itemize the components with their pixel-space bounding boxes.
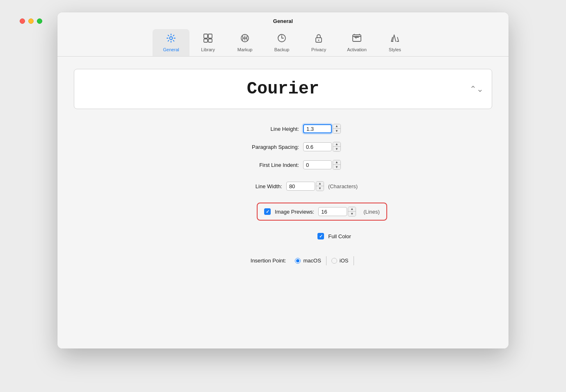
ios-radio-circle: [331, 258, 337, 264]
image-previews-label: Image Previews:: [275, 209, 314, 215]
image-previews-decrement[interactable]: ▼: [348, 212, 356, 216]
image-previews-input-group: ▲ ▼: [318, 207, 356, 217]
window-title: General: [273, 18, 293, 24]
tab-general-label: General: [163, 47, 179, 52]
line-height-stepper: ▲ ▼: [333, 124, 341, 134]
settings-form: Line Height: ▲ ▼ Paragraph Spacing: ▲ ▼: [74, 124, 492, 273]
paragraph-spacing-row: Paragraph Spacing: ▲ ▼: [225, 142, 341, 152]
tab-activation-label: Activation: [347, 47, 367, 52]
paragraph-spacing-label: Paragraph Spacing:: [225, 144, 299, 150]
line-width-input-group: ▲ ▼ (Characters): [286, 181, 358, 191]
paragraph-spacing-stepper: ▲ ▼: [333, 142, 341, 152]
font-name: Courier: [247, 79, 319, 99]
image-previews-unit: (Lines): [363, 209, 380, 215]
titlebar: General General: [57, 12, 509, 57]
paragraph-spacing-decrement[interactable]: ▼: [333, 147, 340, 151]
tab-library-label: Library: [201, 47, 215, 52]
full-color-row: ✓ Full Color: [297, 233, 351, 239]
full-color-checkbox[interactable]: ✓: [317, 233, 324, 239]
first-line-indent-label: First Line Indent:: [225, 162, 299, 168]
tab-markup[interactable]: Markup: [226, 29, 263, 56]
tab-backup-label: Backup: [274, 47, 290, 52]
macos-radio-circle: [295, 258, 301, 264]
line-width-stepper: ▲ ▼: [316, 181, 324, 191]
line-height-decrement[interactable]: ▼: [333, 129, 340, 133]
line-height-label: Line Height:: [225, 126, 299, 132]
gear-icon: [165, 32, 177, 46]
image-previews-increment[interactable]: ▲: [348, 207, 356, 212]
styles-icon: [389, 32, 401, 46]
tab-markup-label: Markup: [237, 47, 253, 52]
tab-bar: General Library: [153, 29, 413, 56]
font-selector-card[interactable]: Courier ⌃⌄: [74, 69, 492, 109]
tab-backup[interactable]: Backup: [263, 29, 300, 56]
svg-point-7: [318, 40, 320, 41]
line-width-label: Line Width:: [208, 183, 282, 189]
line-width-increment[interactable]: ▲: [316, 182, 324, 186]
full-color-check-icon: ✓: [319, 234, 323, 239]
insertion-point-row: Insertion Point: macOS iOS: [212, 256, 354, 265]
line-height-increment[interactable]: ▲: [333, 124, 340, 129]
main-window: General General: [57, 12, 509, 349]
line-width-unit: (Characters): [328, 183, 358, 189]
line-width-input[interactable]: [286, 182, 315, 191]
tab-privacy[interactable]: Privacy: [300, 29, 337, 56]
tab-activation[interactable]: Activation: [337, 29, 377, 56]
line-height-input[interactable]: [303, 124, 332, 133]
image-previews-checkbox[interactable]: ✓: [264, 208, 271, 215]
tab-library[interactable]: Library: [189, 29, 226, 56]
backup-icon: [276, 32, 288, 46]
line-width-decrement[interactable]: ▼: [316, 186, 324, 191]
svg-rect-0: [204, 34, 208, 38]
insertion-point-macos[interactable]: macOS: [290, 256, 326, 265]
radio-separator-end: [354, 256, 354, 265]
insertion-point-label: Insertion Point:: [212, 258, 286, 264]
checkbox-check-icon: ✓: [266, 210, 269, 214]
full-color-label: Full Color: [328, 233, 351, 239]
image-previews-stepper: ▲ ▼: [348, 207, 356, 217]
tab-styles[interactable]: Styles: [377, 29, 413, 56]
paragraph-spacing-input-group: ▲ ▼: [303, 142, 341, 152]
first-line-indent-increment[interactable]: ▲: [333, 160, 340, 165]
tab-privacy-label: Privacy: [311, 47, 326, 52]
line-height-row: Line Height: ▲ ▼: [225, 124, 341, 134]
image-previews-row: ✓ Image Previews: ▲ ▼ (Lines): [179, 203, 387, 221]
tab-styles-label: Styles: [389, 47, 401, 52]
line-height-input-group: ▲ ▼: [303, 124, 341, 134]
insertion-point-ios[interactable]: iOS: [326, 256, 354, 265]
first-line-indent-decrement[interactable]: ▼: [333, 165, 340, 169]
library-icon: [202, 32, 214, 46]
tab-general[interactable]: General: [153, 29, 189, 56]
paragraph-spacing-increment[interactable]: ▲: [333, 142, 340, 147]
first-line-indent-input[interactable]: [303, 160, 332, 169]
insertion-point-options: macOS iOS: [290, 256, 354, 265]
macos-label: macOS: [303, 258, 321, 264]
svg-rect-1: [208, 34, 212, 38]
content-area: Courier ⌃⌄ Line Height: ▲ ▼ Paragraph Sp…: [57, 57, 509, 349]
svg-rect-2: [204, 39, 208, 42]
line-width-row: Line Width: ▲ ▼ (Characters): [208, 181, 358, 191]
activation-icon: [351, 32, 363, 46]
markup-icon: [239, 32, 251, 46]
image-previews-highlight: ✓ Image Previews: ▲ ▼ (Lines): [257, 203, 387, 221]
first-line-indent-row: First Line Indent: ▲ ▼: [225, 160, 341, 170]
first-line-indent-stepper: ▲ ▼: [333, 160, 341, 170]
first-line-indent-input-group: ▲ ▼: [303, 160, 341, 170]
privacy-icon: [313, 32, 324, 46]
svg-rect-3: [208, 39, 212, 42]
paragraph-spacing-input[interactable]: [303, 142, 332, 151]
ios-label: iOS: [340, 258, 349, 264]
image-previews-input[interactable]: [318, 207, 347, 216]
font-chevron-icon[interactable]: ⌃⌄: [470, 84, 484, 94]
